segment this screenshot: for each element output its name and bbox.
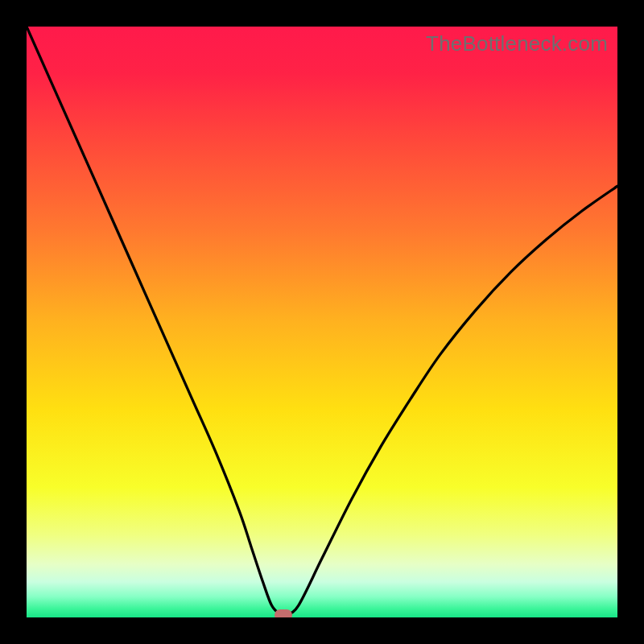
- bottleneck-curve: [27, 27, 617, 617]
- plot-area: TheBottleneck.com: [27, 27, 617, 617]
- outer-frame: TheBottleneck.com: [0, 0, 644, 644]
- min-marker: [275, 609, 292, 617]
